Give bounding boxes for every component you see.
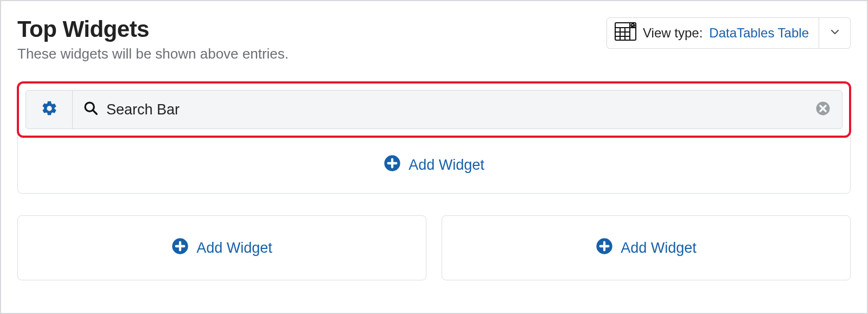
search-bar-widget[interactable]: Search Bar bbox=[25, 90, 843, 129]
plus-circle-icon bbox=[596, 238, 613, 259]
page-title: Top Widgets bbox=[17, 16, 289, 42]
search-bar-widget-highlight: Search Bar bbox=[18, 82, 850, 137]
add-widget-label: Add Widget bbox=[196, 240, 272, 257]
view-type-selector: View type: DataTables Table bbox=[607, 17, 851, 49]
add-widget-button-col-right[interactable]: Add Widget bbox=[442, 215, 851, 280]
view-type-value: DataTables Table bbox=[709, 25, 809, 41]
widget-settings-button[interactable] bbox=[26, 91, 73, 129]
search-icon bbox=[82, 100, 99, 120]
plus-circle-icon bbox=[171, 238, 189, 259]
add-widget-label: Add Widget bbox=[621, 240, 697, 257]
table-layout-icon bbox=[615, 22, 636, 44]
add-widget-label: Add Widget bbox=[409, 157, 484, 174]
column-widget-zones: Add Widget Add Widget bbox=[17, 215, 851, 280]
page-subtitle: These widgets will be shown above entrie… bbox=[17, 46, 289, 62]
plus-circle-icon bbox=[384, 155, 401, 176]
chevron-down-icon bbox=[829, 27, 840, 40]
view-type-button[interactable]: View type: DataTables Table bbox=[607, 17, 819, 49]
widget-remove-button[interactable] bbox=[804, 91, 842, 129]
svg-line-9 bbox=[93, 110, 97, 114]
view-type-dropdown-toggle[interactable] bbox=[819, 17, 851, 49]
top-widgets-zone: Search Bar Add Wi bbox=[17, 82, 851, 194]
gear-icon bbox=[41, 100, 58, 119]
title-block: Top Widgets These widgets will be shown … bbox=[17, 16, 289, 62]
close-circle-icon bbox=[815, 100, 831, 119]
widget-label: Search Bar bbox=[106, 101, 180, 118]
add-widget-button-col-left[interactable]: Add Widget bbox=[17, 215, 426, 280]
widget-label-cell: Search Bar bbox=[73, 91, 804, 129]
header-row: Top Widgets These widgets will be shown … bbox=[17, 16, 851, 62]
top-widgets-panel: Top Widgets These widgets will be shown … bbox=[0, 0, 868, 314]
view-type-label: View type: bbox=[643, 25, 703, 41]
add-widget-button-top[interactable]: Add Widget bbox=[18, 137, 850, 193]
